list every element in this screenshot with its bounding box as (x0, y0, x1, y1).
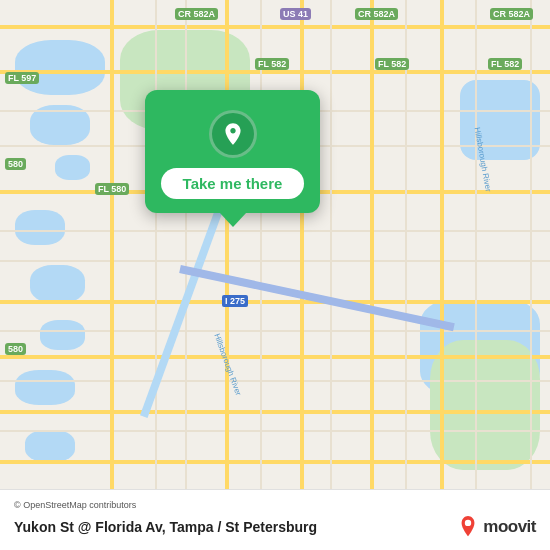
highway-label: 580 (5, 343, 26, 355)
highway-label: I 275 (222, 295, 248, 307)
highway-label: CR 582A (355, 8, 398, 20)
take-me-there-button[interactable]: Take me there (161, 168, 305, 199)
osm-credit: © OpenStreetMap contributors (14, 500, 536, 510)
road (0, 70, 550, 74)
water-body (15, 210, 65, 245)
highway-label: FL 582 (488, 58, 522, 70)
road (0, 430, 550, 432)
road (0, 410, 550, 414)
highway-label: US 41 (280, 8, 311, 20)
highway-label: 580 (5, 158, 26, 170)
highway-label: FL 597 (5, 72, 39, 84)
highway-label: FL 580 (95, 183, 129, 195)
road (530, 0, 532, 550)
road (405, 0, 407, 550)
road (110, 0, 114, 550)
road (260, 0, 262, 550)
moovit-pin-icon (457, 514, 479, 540)
road (0, 25, 550, 29)
highway-label: CR 582A (490, 8, 533, 20)
road (475, 0, 477, 550)
water-body (30, 265, 85, 303)
map-container: Hillsborough River Hillsborough River CR… (0, 0, 550, 550)
svg-point-0 (465, 520, 471, 526)
water-body (55, 155, 90, 180)
location-row: Yukon St @ Florida Av, Tampa / St Peters… (14, 514, 536, 540)
road (0, 260, 550, 262)
road (440, 0, 444, 550)
water-body (15, 370, 75, 405)
road (0, 330, 550, 332)
moovit-logo: moovit (457, 514, 536, 540)
road (300, 0, 304, 550)
bottom-bar: © OpenStreetMap contributors Yukon St @ … (0, 489, 550, 550)
pin-svg (220, 121, 246, 147)
road (370, 0, 374, 550)
highway-label: FL 582 (375, 58, 409, 70)
highway-label: CR 582A (175, 8, 218, 20)
location-pin-icon (209, 110, 257, 158)
road (0, 460, 550, 464)
water-body (15, 40, 105, 95)
water-body (460, 80, 540, 160)
road (330, 0, 332, 550)
road (0, 355, 550, 359)
road (0, 380, 550, 382)
highway-label: FL 582 (255, 58, 289, 70)
water-body (40, 320, 85, 350)
road (155, 0, 157, 550)
location-text: Yukon St @ Florida Av, Tampa / St Peters… (14, 519, 317, 535)
road (185, 0, 187, 550)
pin-card: Take me there (145, 90, 320, 213)
road (0, 230, 550, 232)
moovit-text: moovit (483, 517, 536, 537)
water-body (25, 430, 75, 462)
green-area (430, 340, 540, 470)
road (0, 300, 550, 304)
